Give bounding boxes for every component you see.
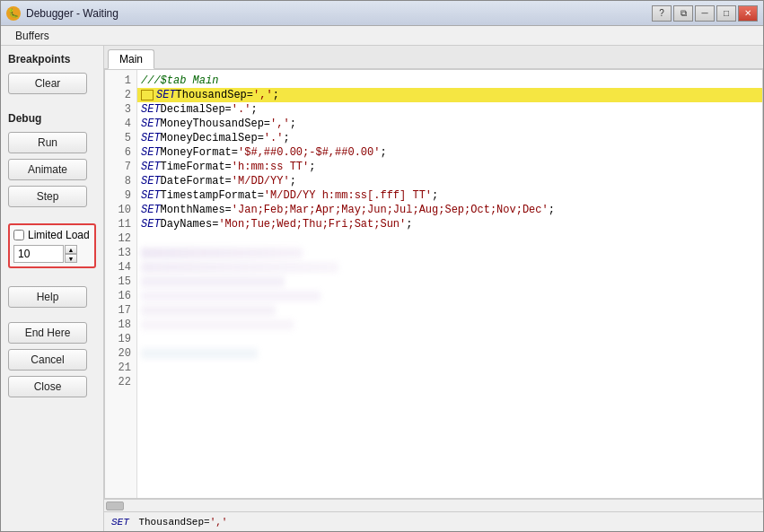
code-line-19 — [137, 332, 762, 346]
breakpoints-label: Breakpoints — [8, 53, 96, 65]
line-num-16: 16 — [105, 289, 136, 303]
code-line-11: SET DayNames= 'Mon;Tue;Wed;Thu;Fri;Sat;S… — [137, 217, 762, 231]
code-line-10: SET MonthNames= 'Jan;Feb;Mar;Apr;May;Jun… — [137, 203, 762, 217]
code-line-12 — [137, 231, 762, 246]
tabs-bar: Main — [104, 46, 763, 69]
code-line-7: SET TimeFormat= 'h:mm:ss TT' ; — [137, 160, 762, 174]
code-line-2-semi: ; — [273, 88, 279, 102]
code-line-2-text: ThousandSep= — [176, 88, 253, 102]
code-line-6: SET MoneyFormat= '$#,##0.00;-$#,##0.00' … — [137, 145, 762, 160]
line-num-14: 14 — [105, 260, 136, 275]
code-content[interactable]: ///$tab Main SET ThousandSep= ',' ; SET … — [137, 70, 762, 498]
line-num-6: 6 — [105, 145, 136, 160]
code-line-15 — [137, 275, 762, 289]
end-here-button[interactable]: End Here — [8, 322, 87, 344]
spinner-container: 10 ▲ ▼ — [13, 245, 91, 263]
app-icon: 🐛 — [6, 6, 21, 21]
code-line-20 — [137, 346, 762, 361]
code-line-2-str: ',' — [253, 88, 273, 102]
line-numbers: 1 2 3 4 5 6 7 8 9 10 11 12 13 14 15 16 1 — [105, 70, 137, 498]
line-num-7: 7 — [105, 160, 136, 174]
code-line-21 — [137, 361, 762, 375]
line-num-5: 5 — [105, 131, 136, 145]
step-button[interactable]: Step — [8, 186, 87, 207]
line-num-2: 2 — [105, 88, 136, 102]
status-string: ',' — [210, 517, 228, 528]
minimize-button[interactable]: ─ — [695, 5, 715, 22]
line-num-4: 4 — [105, 117, 136, 131]
line-num-8: 8 — [105, 174, 136, 188]
close-window-button[interactable]: ✕ — [738, 5, 758, 22]
status-bar: SET ThousandSep= ',' — [104, 511, 763, 531]
line-num-9: 9 — [105, 188, 136, 203]
line-num-21: 21 — [105, 361, 136, 375]
restore-button[interactable]: ⧉ — [673, 5, 693, 22]
help-titlebar-button[interactable]: ? — [652, 5, 672, 22]
code-line-4: SET MoneyThousandSep= ',' ; — [137, 117, 762, 131]
scrollbar-thumb[interactable] — [106, 501, 124, 510]
code-line-1: ///$tab Main — [137, 74, 762, 88]
code-line-13 — [137, 246, 762, 260]
spinner-up-button[interactable]: ▲ — [65, 245, 77, 254]
menubar: Buffers — [1, 26, 763, 46]
line-num-1: 1 — [105, 74, 136, 88]
line-num-17: 17 — [105, 303, 136, 318]
run-button[interactable]: Run — [8, 132, 87, 153]
line-num-3: 3 — [105, 102, 136, 117]
code-line-14 — [137, 260, 762, 275]
spinner-buttons: ▲ ▼ — [65, 245, 77, 263]
code-line-1-text: ///$tab Main — [141, 74, 218, 88]
status-text: ThousandSep= — [133, 517, 210, 528]
line-num-12: 12 — [105, 231, 136, 246]
code-line-2: SET ThousandSep= ',' ; — [137, 88, 762, 102]
animate-button[interactable]: Animate — [8, 159, 87, 180]
code-area: 1 2 3 4 5 6 7 8 9 10 11 12 13 14 15 16 1 — [104, 69, 763, 499]
titlebar-buttons: ? ⧉ ─ □ ✕ — [652, 5, 758, 22]
window-content: Breakpoints Clear Debug Run Animate Step… — [1, 46, 763, 531]
spinner-down-button[interactable]: ▼ — [65, 254, 77, 263]
right-panel: Main 1 2 3 4 5 6 7 8 9 10 11 12 13 — [104, 46, 763, 531]
titlebar: 🐛 Debugger - Waiting ? ⧉ ─ □ ✕ — [1, 1, 763, 26]
limited-load-checkbox[interactable] — [13, 230, 24, 240]
line-marker — [141, 90, 154, 100]
horizontal-scrollbar[interactable] — [104, 499, 763, 511]
maximize-button[interactable]: □ — [716, 5, 736, 22]
code-line-17 — [137, 303, 762, 318]
clear-button[interactable]: Clear — [8, 73, 87, 94]
code-line-16 — [137, 289, 762, 303]
limited-load-group: Limited Load 10 ▲ ▼ — [8, 223, 96, 268]
code-line-3: SET DecimalSep= '.' ; — [137, 102, 762, 117]
main-window: 🐛 Debugger - Waiting ? ⧉ ─ □ ✕ Buffers B… — [0, 0, 764, 532]
line-num-19: 19 — [105, 332, 136, 346]
tab-main[interactable]: Main — [108, 49, 154, 69]
close-button[interactable]: Close — [8, 376, 87, 397]
line-num-13: 13 — [105, 246, 136, 260]
left-panel: Breakpoints Clear Debug Run Animate Step… — [1, 46, 104, 531]
line-num-22: 22 — [105, 375, 136, 389]
line-num-20: 20 — [105, 346, 136, 361]
debug-label: Debug — [8, 112, 96, 125]
line-num-10: 10 — [105, 203, 136, 217]
line-num-11: 11 — [105, 217, 136, 231]
line-num-15: 15 — [105, 275, 136, 289]
code-line-2-set: SET — [156, 88, 176, 102]
limited-load-label: Limited Load — [28, 229, 90, 241]
line-num-18: 18 — [105, 318, 136, 332]
code-line-18 — [137, 318, 762, 332]
limited-load-row: Limited Load — [13, 229, 91, 241]
code-line-9: SET TimestampFormat= 'M/DD/YY h:mm:ss[.f… — [137, 188, 762, 203]
spinner-input[interactable]: 10 — [13, 245, 64, 263]
help-button[interactable]: Help — [8, 286, 87, 308]
code-line-22 — [137, 375, 762, 389]
code-line-5: SET MoneyDecimalSep= '.' ; — [137, 131, 762, 145]
cancel-button[interactable]: Cancel — [8, 349, 87, 371]
buffers-menu[interactable]: Buffers — [8, 28, 57, 44]
window-title: Debugger - Waiting — [26, 7, 119, 20]
code-line-8: SET DateFormat= 'M/DD/YY' ; — [137, 174, 762, 188]
titlebar-left: 🐛 Debugger - Waiting — [6, 6, 119, 21]
status-keyword: SET — [111, 517, 129, 528]
